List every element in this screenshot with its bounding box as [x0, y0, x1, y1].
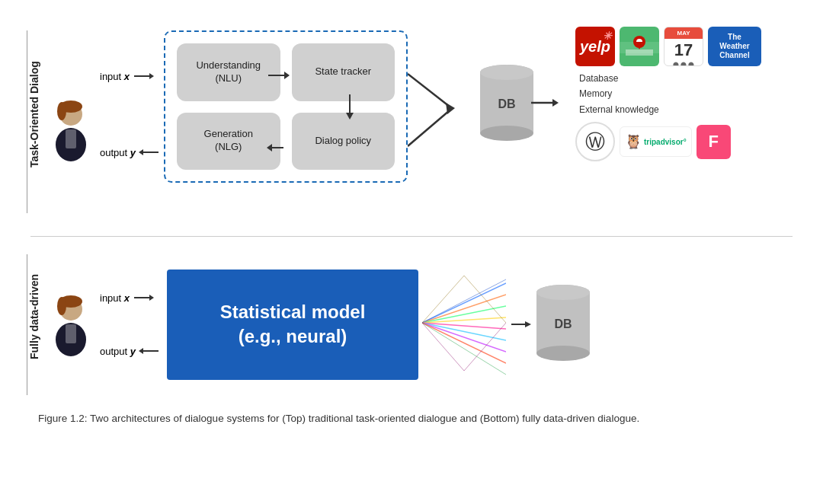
bottom-output-arrow: [139, 345, 160, 357]
svg-line-49: [422, 323, 506, 375]
svg-marker-6: [149, 73, 154, 79]
state-tracker-box: State tracker: [292, 43, 395, 101]
svg-rect-27: [626, 49, 653, 56]
svg-line-48: [422, 279, 506, 323]
svg-point-59: [536, 285, 590, 300]
resources-row2: Ⓦ 🦉 tripadvisor° F: [575, 122, 761, 161]
bottom-io-labels: input x output y: [100, 271, 160, 378]
top-avatar-container: [46, 23, 96, 236]
output-y-label: output y: [100, 147, 136, 158]
tripadvisor-icon: 🦉 tripadvisor°: [620, 126, 692, 157]
top-io-section: input x output y: [100, 38, 160, 190]
bottom-avatar: [46, 292, 96, 357]
svg-line-15: [408, 74, 450, 107]
top-section-label: Task-Oriented Dialog: [23, 30, 46, 198]
wikipedia-icon: Ⓦ: [575, 122, 615, 161]
bottom-input-x-row: input x: [100, 292, 160, 304]
main-container: Task-Oriented Dialog: [0, 0, 823, 504]
svg-line-16: [408, 110, 450, 146]
bottom-db-cylinder: DB: [533, 281, 594, 365]
output-y-arrow: [139, 146, 160, 158]
svg-text:DB: DB: [498, 97, 515, 110]
yelp-icon: yelp ✳: [575, 27, 615, 66]
svg-marker-39: [139, 348, 143, 354]
svg-rect-4: [66, 129, 76, 148]
input-x-label: input x: [100, 71, 130, 82]
nlu-box: Understanding(NLU): [177, 43, 280, 101]
bottom-input-arrow: [133, 292, 154, 304]
neural-net-svg: [422, 268, 506, 378]
section-separator: [30, 236, 793, 237]
svg-line-40: [422, 283, 506, 323]
dashed-box: Understanding(NLU) State tracker Generat…: [164, 30, 408, 236]
top-section-wrapper: Task-Oriented Dialog: [23, 15, 800, 236]
db-memory-text: DatabaseMemoryExternal knowledge: [579, 71, 761, 117]
box-to-db-arrows: [408, 30, 476, 183]
nlg-box: Generation(NLG): [177, 113, 280, 171]
top-db-cylinder: DB: [476, 61, 537, 145]
input-x-row: input x: [100, 70, 160, 82]
svg-point-33: [57, 297, 66, 315]
maps-icon: [620, 27, 659, 66]
svg-line-47: [422, 323, 506, 363]
stat-model-line2: (e.g., neural): [220, 324, 366, 349]
resources-row1: yelp ✳: [575, 27, 761, 66]
svg-point-20: [480, 126, 533, 141]
neural-net-container: [422, 268, 506, 381]
figure-caption: Figure 1.2: Two architectures of dialogu…: [23, 410, 800, 428]
svg-point-58: [536, 346, 590, 361]
foursquare-icon: F: [697, 125, 731, 159]
bottom-db-container: DB: [533, 281, 594, 368]
bottom-section-label: Fully data-driven: [23, 248, 46, 385]
dialog-policy-box: Dialog policy: [292, 113, 395, 171]
svg-marker-24: [552, 99, 559, 107]
statistical-model-box: Statistical model (e.g., neural): [167, 270, 418, 380]
svg-point-21: [480, 65, 533, 80]
top-avatar: [46, 97, 96, 162]
bottom-input-label: input x: [100, 292, 130, 304]
svg-text:DB: DB: [554, 317, 572, 330]
input-x-arrow: [133, 70, 154, 82]
output-y-row: output y: [100, 146, 160, 158]
svg-marker-10: [284, 72, 290, 79]
calendar-icon: MAY 17 ⬤ ⬤ ⬤: [664, 27, 703, 66]
svg-marker-17: [446, 103, 455, 114]
svg-marker-55: [525, 321, 531, 327]
bottom-output-y-row: output y: [100, 345, 160, 357]
svg-line-53: [464, 323, 506, 371]
bottom-avatar-container: [46, 292, 96, 357]
top-resources: yelp ✳: [575, 27, 761, 236]
net-to-db-arrow: [510, 317, 533, 332]
stat-model-line1: Statistical model: [220, 300, 366, 324]
svg-marker-8: [139, 149, 143, 155]
weather-channel-icon: The Weather Channel: [708, 27, 761, 66]
svg-marker-37: [149, 295, 154, 301]
svg-rect-35: [66, 324, 76, 343]
svg-point-2: [57, 102, 66, 120]
bottom-output-label: output y: [100, 346, 136, 357]
bottom-section-wrapper: Fully data-driven input x: [23, 241, 800, 408]
top-db-container: DB: [476, 61, 537, 236]
